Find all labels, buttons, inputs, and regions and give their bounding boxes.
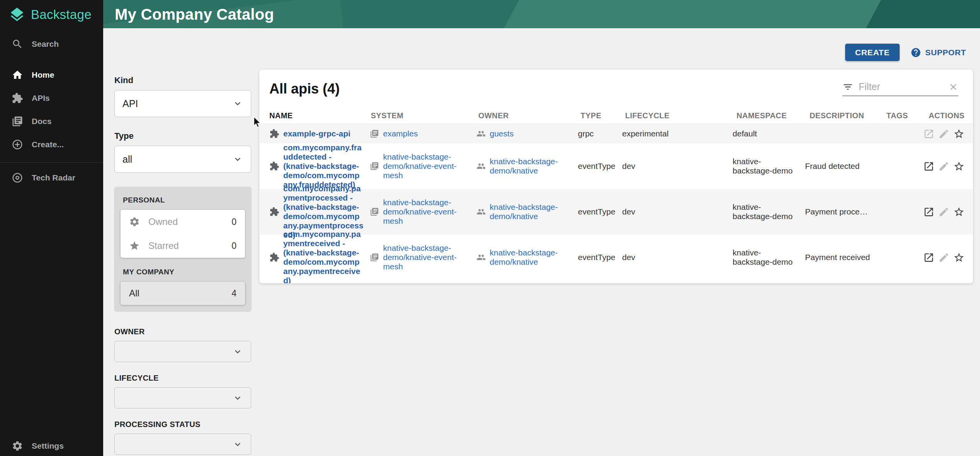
- gear-icon: [12, 440, 23, 452]
- edit-button[interactable]: [938, 252, 949, 263]
- open-in-new-icon: [923, 252, 934, 263]
- starred-filter[interactable]: Starred 0: [121, 234, 245, 258]
- sidebar-item-settings[interactable]: Settings: [0, 436, 103, 456]
- edit-button[interactable]: [938, 161, 949, 172]
- table-title: All apis (4): [269, 81, 340, 97]
- star-icon: [129, 240, 140, 251]
- kind-select[interactable]: API: [114, 90, 251, 117]
- owner-filter-label: OWNER: [114, 327, 251, 336]
- view-api-button[interactable]: [923, 252, 934, 263]
- processing-status-filter-label: PROCESSING STATUS: [114, 420, 251, 429]
- lifecycle-cell: dev: [622, 253, 733, 262]
- namespace-cell: knative-backstage-demo: [733, 157, 805, 175]
- description-cell: Fraud detected: [805, 162, 881, 171]
- lifecycle-select[interactable]: [114, 387, 251, 408]
- column-header-name[interactable]: NAME: [269, 111, 371, 120]
- backstage-app: Backstage Search Home APIs Docs Create..…: [0, 0, 980, 456]
- table-filter: [842, 81, 958, 96]
- view-api-button[interactable]: [923, 206, 934, 218]
- type-cell: grpc: [578, 129, 622, 138]
- filter-panel: Kind API Type all PERSONAL Owned 0: [114, 75, 251, 456]
- star-button[interactable]: [953, 128, 965, 140]
- sidebar-search[interactable]: Search: [0, 34, 103, 54]
- namespace-cell: default: [733, 129, 805, 138]
- api-kind-icon: [269, 252, 279, 262]
- processing-status-select[interactable]: [114, 434, 251, 455]
- system-link[interactable]: knative-backstage-demo/knative-event-mes…: [383, 152, 470, 180]
- sidebar-item-label: Home: [32, 70, 54, 80]
- chevron-down-icon: [232, 98, 243, 109]
- type-value: all: [122, 154, 132, 165]
- sidebar-item-label: Create...: [32, 140, 64, 149]
- column-header-tags[interactable]: TAGS: [886, 111, 929, 120]
- owned-count: 0: [231, 217, 236, 227]
- entity-name-link[interactable]: com.mycompany.paymentreceived - (knative…: [283, 230, 364, 283]
- system-link[interactable]: knative-backstage-demo/knative-event-mes…: [383, 243, 470, 271]
- sidebar-item-tech-radar[interactable]: Tech Radar: [0, 168, 103, 188]
- filter-list-icon: [842, 82, 853, 92]
- entity-name-link[interactable]: example-grpc-api: [283, 129, 350, 138]
- starred-label: Starred: [148, 240, 231, 251]
- entity-name-link[interactable]: com.mycompany.frauddetected - (knative-b…: [283, 143, 364, 189]
- table-row: com.mycompany.paymentreceived - (knative…: [259, 235, 973, 280]
- type-label: Type: [114, 131, 251, 141]
- owned-filter[interactable]: Owned 0: [121, 210, 245, 234]
- api-table-card: All apis (4) NAME SYSTEM OWNER TYPE LIFE…: [259, 70, 973, 283]
- sidebar-item-create[interactable]: Create...: [0, 134, 103, 155]
- sidebar-item-apis[interactable]: APIs: [0, 88, 103, 108]
- sidebar-item-home[interactable]: Home: [0, 65, 103, 85]
- edit-button[interactable]: [938, 206, 949, 218]
- home-icon: [12, 69, 23, 81]
- namespace-cell: knative-backstage-demo: [733, 202, 805, 221]
- owner-link[interactable]: knative-backstage-demo/knative: [490, 248, 572, 267]
- description-cell: Payment received: [805, 253, 881, 262]
- owner-group-icon: [476, 207, 486, 216]
- sidebar-item-label: APIs: [32, 94, 50, 103]
- owner-link[interactable]: knative-backstage-demo/knative: [490, 202, 572, 221]
- personal-list: Owned 0 Starred 0: [121, 210, 245, 258]
- column-header-type[interactable]: TYPE: [580, 111, 625, 120]
- table-header-row: NAME SYSTEM OWNER TYPE LIFECYCLE NAMESPA…: [259, 108, 973, 124]
- table-filter-input[interactable]: [859, 81, 943, 92]
- table-row: com.mycompany.paymentprocessed - (knativ…: [259, 189, 973, 235]
- owner-link[interactable]: knative-backstage-demo/knative: [490, 157, 572, 175]
- support-button[interactable]: SUPPORT: [910, 47, 966, 58]
- header-decoration: [486, 0, 931, 28]
- sidebar-item-label: Settings: [32, 441, 64, 451]
- owner-link[interactable]: guests: [490, 129, 514, 138]
- column-header-description[interactable]: DESCRIPTION: [810, 111, 886, 120]
- column-header-owner[interactable]: OWNER: [478, 111, 580, 120]
- main-content: CREATE SUPPORT Kind API Type all PERSONA…: [103, 28, 980, 456]
- backstage-logo[interactable]: Backstage: [9, 6, 92, 23]
- all-filter[interactable]: All 4: [121, 282, 245, 305]
- edit-button[interactable]: [938, 128, 949, 140]
- system-link[interactable]: examples: [383, 129, 418, 138]
- description-cell: Payment proce…: [805, 207, 881, 216]
- system-link[interactable]: knative-backstage-demo/knative-event-mes…: [383, 198, 470, 226]
- view-api-button[interactable]: [923, 128, 934, 140]
- column-header-system[interactable]: SYSTEM: [371, 111, 478, 120]
- star-button[interactable]: [953, 252, 965, 263]
- help-icon: [910, 47, 921, 58]
- support-label: SUPPORT: [925, 48, 966, 57]
- star-button[interactable]: [953, 161, 965, 172]
- sidebar-item-docs[interactable]: Docs: [0, 111, 103, 131]
- system-icon: [370, 253, 379, 262]
- create-button[interactable]: CREATE: [845, 44, 900, 61]
- owner-select[interactable]: [114, 341, 251, 362]
- column-header-lifecycle[interactable]: LIFECYCLE: [625, 111, 737, 120]
- personal-header: PERSONAL: [123, 196, 245, 204]
- table-row: com.mycompany.frauddetected - (knative-b…: [259, 143, 973, 189]
- type-select[interactable]: all: [114, 146, 251, 173]
- edit-icon: [938, 252, 949, 263]
- sidebar-search-label: Search: [32, 39, 59, 49]
- company-header: MY COMPANY: [123, 268, 245, 276]
- close-icon[interactable]: [948, 82, 958, 92]
- edit-icon: [938, 206, 949, 218]
- radar-icon: [12, 172, 23, 184]
- star-button[interactable]: [953, 206, 965, 218]
- starred-count: 0: [231, 241, 236, 251]
- column-header-namespace[interactable]: NAMESPACE: [737, 111, 810, 120]
- view-api-button[interactable]: [923, 161, 934, 172]
- kind-label: Kind: [114, 75, 251, 85]
